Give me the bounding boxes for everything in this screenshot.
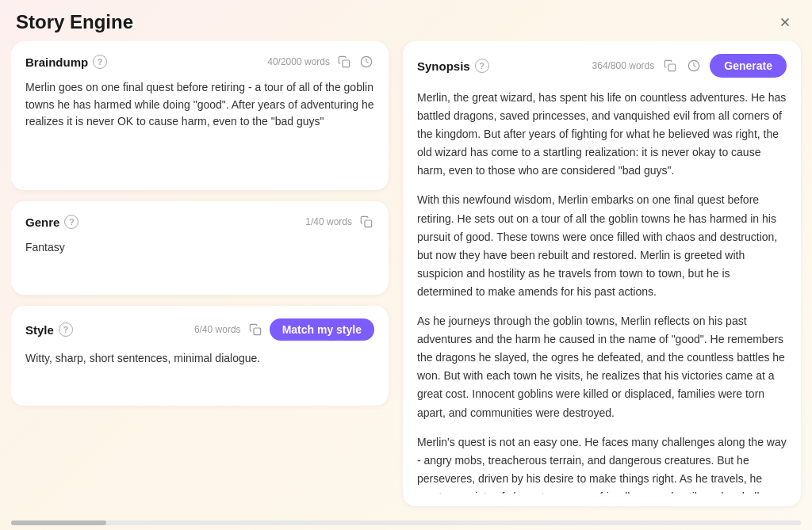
genre-header-right: 1/40 words bbox=[305, 214, 374, 230]
style-label: Style bbox=[25, 323, 54, 337]
close-button[interactable] bbox=[774, 11, 796, 33]
braindump-header-right: 40/2000 words bbox=[267, 54, 374, 70]
svg-rect-5 bbox=[254, 328, 261, 335]
braindump-copy-button[interactable] bbox=[336, 54, 352, 70]
left-panel: Braindump ? 40/2000 words bbox=[11, 41, 392, 506]
synopsis-help-icon[interactable]: ? bbox=[475, 59, 489, 73]
braindump-label: Braindump bbox=[25, 55, 88, 69]
synopsis-label: Synopsis bbox=[417, 59, 470, 73]
style-header-left: Style ? bbox=[25, 322, 73, 337]
braindump-card: Braindump ? 40/2000 words bbox=[11, 41, 389, 190]
genre-label: Genre bbox=[25, 215, 59, 229]
match-style-button[interactable]: Match my style bbox=[270, 318, 374, 341]
style-card: Style ? 6/40 words Match my style bbox=[11, 306, 389, 406]
synopsis-history-button[interactable] bbox=[686, 58, 702, 74]
genre-card: Genre ? 1/40 words bbox=[11, 201, 389, 295]
synopsis-word-count: 364/800 words bbox=[592, 60, 655, 71]
genre-textarea[interactable] bbox=[25, 239, 374, 279]
braindump-header-left: Braindump ? bbox=[25, 55, 107, 69]
app-title: Story Engine bbox=[16, 11, 133, 33]
svg-rect-6 bbox=[668, 64, 676, 71]
style-copy-button[interactable] bbox=[247, 322, 263, 337]
braindump-header: Braindump ? 40/2000 words bbox=[25, 54, 374, 70]
synopsis-header-right: 364/800 words Generate bbox=[592, 54, 787, 78]
genre-header-left: Genre ? bbox=[25, 215, 79, 229]
synopsis-header-left: Synopsis ? bbox=[417, 59, 489, 73]
synopsis-panel: Synopsis ? 364/800 words bbox=[403, 41, 801, 506]
main-content: Braindump ? 40/2000 words bbox=[0, 41, 812, 514]
genre-header: Genre ? 1/40 words bbox=[25, 214, 374, 230]
genre-help-icon[interactable]: ? bbox=[64, 215, 79, 229]
genre-word-count: 1/40 words bbox=[305, 216, 352, 227]
synopsis-paragraph-1: Merlin, the great wizard, has spent his … bbox=[417, 89, 787, 180]
synopsis-paragraph-2: With this newfound wisdom, Merlin embark… bbox=[417, 191, 787, 301]
header: Story Engine bbox=[0, 0, 812, 41]
svg-rect-4 bbox=[365, 220, 372, 227]
braindump-help-icon[interactable]: ? bbox=[93, 55, 107, 69]
generate-button[interactable]: Generate bbox=[710, 54, 787, 78]
synopsis-copy-button[interactable] bbox=[662, 58, 678, 74]
style-textarea[interactable] bbox=[25, 350, 374, 390]
bottom-scrollbar-thumb bbox=[11, 520, 106, 525]
svg-rect-2 bbox=[343, 60, 350, 67]
synopsis-header: Synopsis ? 364/800 words bbox=[417, 54, 787, 78]
braindump-word-count: 40/2000 words bbox=[267, 56, 330, 67]
style-help-icon[interactable]: ? bbox=[59, 322, 73, 337]
app-container: Story Engine Braindump ? bbox=[0, 0, 812, 530]
braindump-textarea[interactable] bbox=[25, 79, 374, 174]
synopsis-paragraph-3: As he journeys through the goblin towns,… bbox=[417, 312, 787, 422]
braindump-history-button[interactable] bbox=[358, 54, 374, 70]
bottom-scrollbar[interactable] bbox=[11, 520, 801, 525]
synopsis-paragraph-4: Merlin's quest is not an easy one. He fa… bbox=[417, 433, 787, 494]
style-header: Style ? 6/40 words Match my style bbox=[25, 318, 374, 341]
genre-copy-button[interactable] bbox=[358, 214, 374, 230]
synopsis-content: Merlin, the great wizard, has spent his … bbox=[417, 89, 787, 494]
style-header-right: 6/40 words Match my style bbox=[194, 318, 374, 341]
style-word-count: 6/40 words bbox=[194, 324, 241, 335]
